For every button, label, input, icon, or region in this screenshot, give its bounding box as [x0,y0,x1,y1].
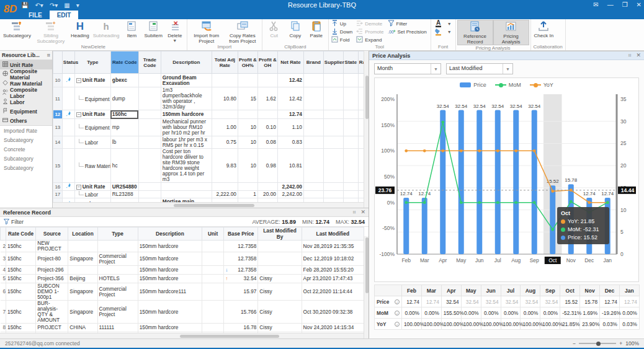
sidebar-tree-item[interactable]: Subcategory [0,135,52,144]
info-icon[interactable]: i [395,299,400,304]
mom-point[interactable] [441,121,444,124]
reference-record-button[interactable]: Reference Record [457,20,493,45]
type-cell[interactable]: Labor [74,136,110,149]
price-bar[interactable] [476,110,482,254]
tab-file[interactable]: FILE [21,11,50,19]
grid-column-profit-&-oh[interactable]: Profit & OH [257,51,277,74]
price-bar[interactable] [422,198,427,254]
message-icon[interactable]: ✉ [593,1,598,8]
mom-point[interactable] [551,228,554,231]
set-precision-button[interactable]: .00Set Precision [387,28,428,36]
zoom-out-icon[interactable]: − [573,340,576,347]
mom-point[interactable] [405,201,408,204]
description-cell[interactable]: labour 1hr per m3 x RM5 per hr x 0.15 [161,136,212,149]
x-axis-label[interactable]: Dec [584,257,594,263]
price-bar[interactable] [495,110,501,254]
collapse-toggle[interactable]: − [76,78,81,83]
ref-column-description[interactable]: Description [138,228,202,241]
subcategory-button[interactable]: Subcategory [1,20,33,38]
price-bar[interactable] [458,110,464,254]
grid-column-total-adj-rate[interactable]: Total Adj Rate [212,51,238,74]
ref-column-type[interactable]: Type [97,228,138,241]
yoy-point[interactable] [441,149,444,152]
type-cell[interactable]: −Unit Rate [74,183,110,191]
type-cell[interactable]: −Unit Rate [74,110,110,119]
grid-column-profit-&-oh%[interactable]: Profit & OH% [238,51,257,74]
check-in-button[interactable]: Check In [532,20,556,38]
yoy-line[interactable] [406,151,608,202]
pin-icon[interactable]: ⌗ [628,52,631,59]
info-icon[interactable]: i [395,322,400,327]
pin-icon[interactable]: ⌗ [352,209,356,216]
copy-button[interactable]: Copy [285,20,306,38]
ref-column-unit[interactable]: Unit [202,228,224,241]
filter-button[interactable]: Filter [4,219,24,225]
rate-code-cell[interactable]: UR254880 [110,183,138,191]
x-axis-label[interactable]: Apr [439,257,447,263]
tab-edit[interactable]: EDIT [50,11,79,19]
legend-mom[interactable]: MoM [495,82,521,88]
close-icon[interactable]: ✕ [360,209,365,216]
copy-rates-from-project-button[interactable]: Copy Rates from Project [225,20,261,44]
ref-column-last-modified-by[interactable]: Last Modified By [258,228,302,241]
price-bar[interactable] [403,198,409,254]
up-button[interactable]: Up [330,20,354,28]
mom-point[interactable] [460,201,463,204]
reference-vertical-scrollbar[interactable] [364,236,369,338]
description-cell[interactable] [161,183,212,191]
ref-column-location[interactable]: Location [68,228,97,241]
yoy-point[interactable] [460,149,463,152]
sidebar-item-equipment[interactable]: Equipment [0,107,52,116]
yoy-point[interactable] [423,149,426,152]
yoy-point[interactable] [514,149,517,152]
sidebar-tree-item[interactable]: Imported Rate [0,126,52,135]
item-button[interactable]: Item [121,20,142,38]
grid-column-description[interactable]: Description [161,51,212,74]
description-cell[interactable]: Cost per ton hardcore diliver to site RM… [161,149,212,183]
x-axis-label[interactable]: Aug [511,257,521,263]
type-cell[interactable]: Raw Material [74,149,110,183]
pricing-analysis-button[interactable]: Pricing Analysis [493,20,529,45]
x-axis-label[interactable]: Nov [566,257,576,263]
rate-code-cell[interactable]: 150hc [110,110,138,119]
ref-column-last-modified[interactable]: Last Modified [302,228,364,241]
period-select[interactable]: Month ▼ [374,63,441,74]
x-axis-label[interactable]: Jul [494,257,501,263]
grid-column-brand[interactable]: Brand [303,51,323,74]
type-cell[interactable]: Labor [74,191,110,198]
type-cell[interactable]: −Unit Rate [74,74,110,87]
type-cell[interactable]: Equipment [74,87,110,110]
subitem-button[interactable]: Subitem [142,20,164,38]
x-axis-label[interactable]: Jan [603,257,612,263]
close-icon[interactable]: ✕ [636,52,641,59]
collapse-toggle[interactable]: − [76,185,81,190]
description-cell[interactable]: 1m3 dumper/backhole with operator , 32m3… [161,87,212,110]
x-axis-label-selected[interactable]: Oct [548,257,557,263]
x-axis-label[interactable]: Feb [401,257,411,263]
price-bar[interactable] [532,110,537,254]
mom-point[interactable] [478,201,481,204]
fold-button[interactable]: Fold [330,36,354,44]
promote-button[interactable]: Promote [355,28,385,36]
subheading-button[interactable]: h Subheading [91,20,122,38]
type-cell[interactable]: Equipment [74,119,110,136]
price-bar[interactable] [550,185,555,254]
x-axis-label[interactable]: May [456,257,467,263]
grid-horizontal-scrollbar[interactable] [53,202,364,208]
grid-column-status[interactable]: Status [62,51,74,74]
yoy-point[interactable] [533,149,536,152]
paste-button[interactable]: Paste [306,20,327,38]
sidebar-item-composite-material[interactable]: Composite Material [0,69,52,79]
description-cell[interactable]: Mechanical punner with labour RM10 per h… [161,119,212,136]
import-from-project-button[interactable]: Import from Project [189,20,225,44]
description-cell[interactable]: 150mm hardcore [161,110,212,119]
rate-code-cell[interactable]: gbexc [110,74,138,87]
yoy-point[interactable] [478,149,481,152]
delete-button[interactable]: ✕ Delete ▼ [164,20,186,43]
mom-point[interactable] [606,201,609,204]
close-button[interactable]: ✕ [637,1,642,8]
sidebar-item-composite-labor[interactable]: Composite Labor [0,88,52,97]
rate-code-cell[interactable]: hc [110,149,138,183]
x-axis-label[interactable]: Jun [475,257,484,263]
reference-horizontal-scrollbar[interactable] [0,333,364,338]
